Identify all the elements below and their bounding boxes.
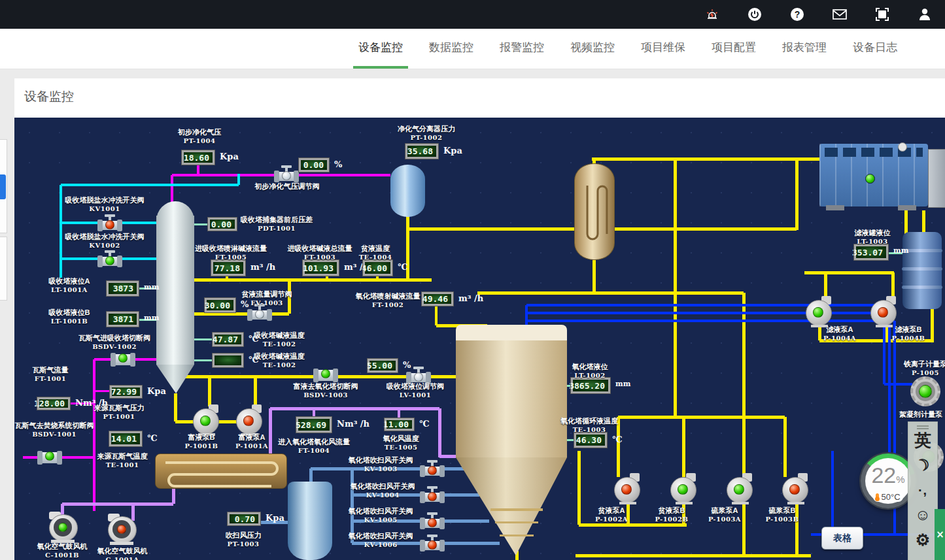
pipe-segment	[174, 393, 177, 421]
pump-green[interactable]	[804, 296, 834, 327]
ime-smiley-icon[interactable]: ☺	[915, 502, 931, 527]
value-display: 528.69	[296, 417, 332, 433]
tab-1[interactable]: 设备监控	[348, 29, 413, 69]
ime-toolbar: 英 ☽ ·, ☺ ⚙	[908, 421, 938, 560]
pump-red[interactable]	[781, 473, 811, 504]
valve-ball-green[interactable]	[37, 449, 62, 467]
pipe-segment	[237, 174, 240, 185]
instrument-label: 吸收塔液位ALT-1001A	[49, 277, 90, 294]
value-display: 128.00	[37, 397, 70, 410]
pump-green[interactable]	[192, 404, 222, 436]
tab-5[interactable]: 项目维保	[630, 29, 696, 69]
vessel-absorber[interactable]	[156, 201, 194, 393]
tab-8[interactable]: 设备日志	[842, 29, 908, 69]
vessel-oxtower[interactable]	[456, 325, 567, 555]
vessel-separator[interactable]	[390, 165, 425, 217]
table-button[interactable]: 表格	[821, 527, 863, 550]
nav-bar: 设备监控数据监控报警监控视频监控项目维保项目配置报表管理设备日志	[0, 29, 945, 69]
instrument-label: 氧化塔循环液温度TE-1003	[560, 417, 618, 434]
expand-arrows-icon[interactable]: ×	[935, 509, 945, 560]
ime-punctuation-icon[interactable]: ·,	[918, 478, 927, 502]
tab-2[interactable]: 数据监控	[419, 29, 484, 69]
instrument-label: 贫液温度TE-1004	[359, 244, 392, 261]
instrument-label: 进入氧化塔氧化风流量FT-1004	[278, 438, 350, 455]
unit-label: mm	[893, 246, 908, 255]
instrument-label: 来源瓦斯气温度TE-1001	[97, 452, 148, 469]
valve-ctrl[interactable]	[274, 165, 299, 183]
help-icon[interactable]: ?	[789, 6, 806, 23]
valve-kv-red[interactable]	[97, 214, 122, 232]
instrument-label: 氧化塔吹扫风开关阀KV-1005	[349, 507, 413, 524]
ime-language-icon[interactable]: 英	[914, 428, 931, 453]
value-display: 77.18	[211, 260, 245, 276]
instrument-label: 氧化塔液位LT-1002	[572, 363, 608, 380]
mail-icon[interactable]	[831, 6, 848, 23]
fullscreen-icon[interactable]	[874, 6, 891, 23]
power-icon[interactable]	[746, 6, 763, 23]
pump-green[interactable]	[725, 473, 755, 504]
left-panel-fragment[interactable]	[0, 237, 7, 301]
tab-4[interactable]: 视频监控	[560, 29, 625, 69]
vessel-melter[interactable]	[155, 453, 287, 489]
value-display: 0.00	[208, 218, 237, 231]
instrument-label: 氧化塔吹扫风开关阀KV-1006	[349, 532, 413, 549]
instrument-label: 吸收塔脱盐水冲洗开关阀KV1002	[65, 233, 145, 250]
alarm-beacon-icon[interactable]	[704, 6, 721, 23]
unit-label: Kpa	[266, 513, 284, 523]
tab-3[interactable]: 报警监控	[489, 29, 555, 69]
valve-kv-red[interactable]	[420, 512, 445, 530]
ime-drag-handle[interactable]	[917, 425, 929, 427]
left-panel-handle[interactable]	[0, 174, 6, 199]
instrument-label: 初步净化气压PT-1004	[178, 128, 221, 145]
instrument-label: 硫浆泵BP-1003B	[766, 506, 799, 523]
valve-ball-green[interactable]	[313, 367, 338, 384]
valve-kv-red[interactable]	[420, 460, 445, 478]
pump-red[interactable]	[613, 473, 643, 504]
instrument-label: 吸收塔液位调节阀LV-1001	[387, 382, 444, 399]
pipe-segment	[674, 160, 677, 293]
valve-kv-green[interactable]	[97, 250, 122, 268]
vessel-bvessel[interactable]	[288, 482, 332, 560]
ime-gear-icon[interactable]: ⚙	[916, 527, 930, 552]
blower-red[interactable]	[107, 514, 137, 545]
ime-moon-icon[interactable]: ☽	[912, 451, 933, 479]
gauge-percent: 22	[871, 463, 896, 487]
instrument-label: 富液泵BP-1001B	[185, 433, 218, 450]
tab-7[interactable]: 报表管理	[772, 29, 837, 69]
unit-label: ℃	[612, 435, 623, 444]
instrument-label: 贫液泵BP-1002B	[655, 506, 689, 523]
unit-label: ℃	[398, 262, 408, 272]
vessel-drum[interactable]	[902, 232, 942, 309]
value-display: 47.87	[213, 333, 243, 346]
pipe-segment	[94, 390, 110, 392]
pipe-segment	[269, 408, 272, 454]
valve-kv-red[interactable]	[420, 535, 445, 552]
pipe-segment	[194, 359, 213, 361]
table-button-label: 表格	[833, 533, 851, 544]
pump-red[interactable]	[869, 296, 899, 327]
page-title: 设备监控	[24, 88, 74, 105]
pump-red[interactable]	[235, 404, 265, 436]
vessel-hx[interactable]	[574, 163, 615, 260]
pump-green[interactable]	[910, 376, 940, 408]
pipe-segment	[194, 338, 213, 340]
vessel-machine[interactable]	[819, 140, 945, 210]
instrument-label: 吸收塔捕集器前后压差PDT-1001	[241, 216, 313, 233]
pipe-segment	[439, 455, 456, 458]
unit-label: m³ /h	[250, 262, 275, 272]
blower-green[interactable]	[48, 512, 78, 543]
pipe-segment	[172, 489, 175, 504]
pump-green[interactable]	[669, 473, 699, 504]
pipe-segment	[208, 376, 211, 406]
valve-kv-red[interactable]	[420, 486, 445, 504]
instrument-label: 吸收塔碱液温度TE-1002	[254, 352, 305, 369]
pipe-segment	[525, 305, 528, 327]
value-display: 3873	[107, 281, 139, 296]
tab-6[interactable]: 项目配置	[701, 29, 766, 69]
valve-ball-green[interactable]	[111, 351, 135, 369]
user-icon[interactable]	[916, 6, 933, 23]
instrument-label: 氧化空气鼓风机C-1001B	[37, 542, 88, 559]
value-display: 14.01	[109, 431, 142, 446]
gauge-temperature: 50°C	[881, 492, 900, 502]
value-display: 55.00	[368, 359, 398, 372]
